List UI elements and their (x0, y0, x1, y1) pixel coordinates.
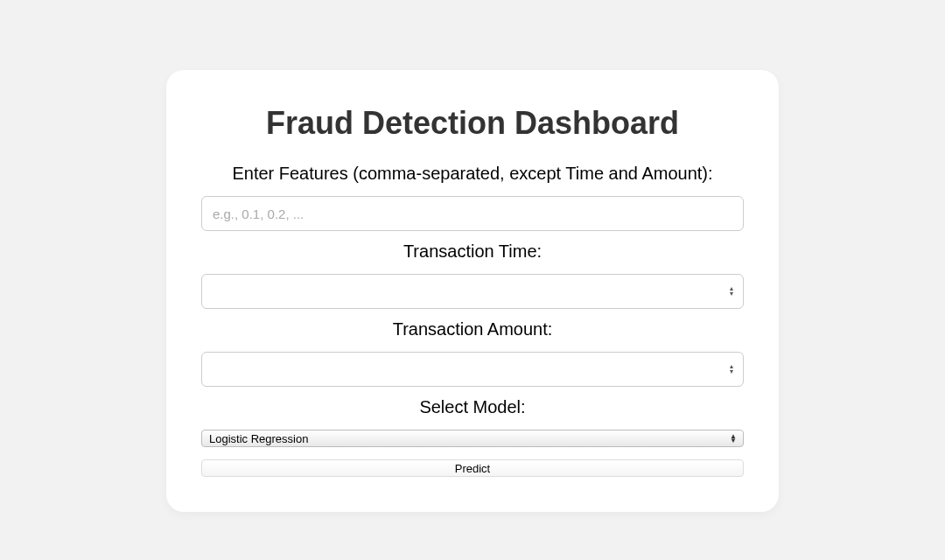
amount-group: Transaction Amount: ▴▾ (201, 319, 744, 387)
page-title: Fraud Detection Dashboard (201, 105, 744, 142)
features-label: Enter Features (comma-separated, except … (201, 164, 744, 184)
time-label: Transaction Time: (201, 242, 744, 262)
predict-button[interactable]: Predict (201, 459, 744, 477)
model-select-wrapper: Logistic Regression ▲▼ (201, 430, 744, 447)
features-group: Enter Features (comma-separated, except … (201, 164, 744, 231)
time-group: Transaction Time: ▴▾ (201, 242, 744, 309)
dashboard-card: Fraud Detection Dashboard Enter Features… (166, 70, 779, 512)
time-input-wrapper: ▴▾ (201, 274, 744, 309)
model-label: Select Model: (201, 397, 744, 417)
amount-input[interactable] (201, 352, 744, 387)
time-input[interactable] (201, 274, 744, 309)
amount-input-wrapper: ▴▾ (201, 352, 744, 387)
model-select[interactable]: Logistic Regression (201, 430, 744, 447)
features-input[interactable] (201, 196, 744, 231)
model-group: Select Model: Logistic Regression ▲▼ (201, 397, 744, 447)
amount-label: Transaction Amount: (201, 319, 744, 340)
